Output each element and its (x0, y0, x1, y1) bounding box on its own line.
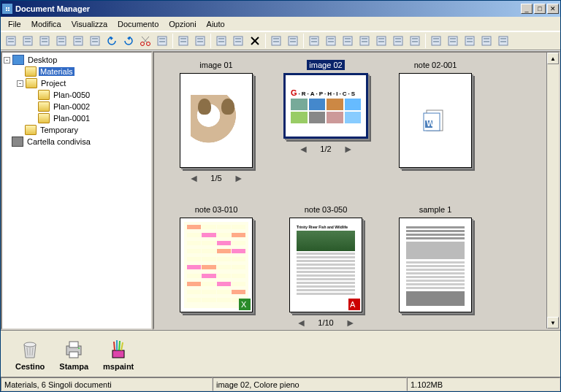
thumb-preview[interactable] (180, 73, 253, 168)
tree-node-temporary[interactable]: Temporary (4, 124, 150, 136)
tree-label: Materials (39, 67, 75, 76)
copy-icon[interactable] (70, 33, 86, 49)
svg-rect-69 (433, 38, 439, 39)
next-page-icon[interactable]: ► (234, 172, 244, 184)
doc2-icon[interactable] (373, 33, 389, 49)
find-icon[interactable] (175, 33, 191, 49)
tree-node-plan-0002[interactable]: Plan-0002 (4, 101, 150, 112)
svg-rect-10 (58, 38, 64, 39)
props-icon[interactable] (495, 33, 511, 49)
menu-documento[interactable]: Documento (113, 18, 163, 30)
folder-open-icon (25, 66, 37, 77)
tree-node-materials[interactable]: Materials (4, 66, 150, 77)
svg-rect-96 (69, 342, 78, 347)
scanner-icon[interactable] (53, 33, 69, 49)
folder-tree[interactable]: -DesktopMaterials-ProjectPlan-0050Plan-0… (1, 51, 153, 330)
scroll-up-button[interactable]: ▲ (547, 53, 559, 64)
svg-rect-7 (42, 38, 47, 39)
rotate-icon[interactable] (306, 33, 322, 49)
gear2-icon[interactable] (445, 33, 461, 49)
svg-rect-13 (75, 38, 81, 39)
close-button[interactable]: ✕ (547, 4, 559, 14)
expand-toggle[interactable]: - (17, 80, 23, 87)
thumb-label: note 02-001 (412, 60, 459, 70)
minimize-button[interactable]: _ (521, 4, 533, 14)
thumb-preview[interactable] (399, 218, 472, 312)
statusbar: Materials, 6 Singoli documenti image 02,… (1, 377, 560, 391)
svg-rect-49 (311, 41, 317, 42)
save-icon[interactable] (20, 33, 36, 49)
back-icon[interactable] (104, 33, 120, 49)
menu-file[interactable]: File (4, 18, 26, 30)
svg-rect-34 (218, 38, 224, 39)
launch-mspaint[interactable]: mspaint (103, 337, 134, 371)
svg-rect-51 (328, 38, 334, 39)
launch-stampa[interactable]: Stampa (59, 337, 88, 371)
paste-icon[interactable] (154, 33, 170, 49)
prev-page-icon[interactable]: ◄ (298, 143, 308, 155)
expand-toggle[interactable]: - (4, 57, 10, 64)
prev-page-icon[interactable]: ◄ (188, 172, 199, 184)
menu-aiuto[interactable]: Aiuto (202, 18, 229, 30)
thumb-preview[interactable]: Trinity River Fish and WildlifeA (289, 218, 362, 312)
svg-rect-76 (467, 41, 473, 42)
svg-rect-35 (218, 41, 224, 42)
rotate2-icon[interactable] (323, 33, 339, 49)
stack-icon[interactable] (390, 33, 406, 49)
open-icon[interactable] (3, 33, 19, 49)
thumbnail-grid[interactable]: image 01◄1/5►image 02G·R·A·P·H·I·C·S◄1/2… (153, 51, 560, 330)
tree-node-plan-0001[interactable]: Plan-0001 (4, 112, 150, 124)
svg-rect-79 (484, 41, 489, 42)
svg-rect-28 (180, 38, 186, 39)
grid-icon[interactable] (213, 33, 229, 49)
thumb-note-02-001[interactable]: note 02-001W (388, 60, 483, 184)
launch-label: Stampa (59, 362, 88, 371)
flip-icon[interactable] (340, 33, 356, 49)
folder-open-icon (26, 78, 37, 88)
stack2-icon[interactable] (407, 33, 423, 49)
page-indicator: 1/10 (318, 318, 333, 327)
gear-icon[interactable] (428, 33, 444, 49)
tree-label: Plan-0001 (52, 114, 91, 123)
next-page-icon[interactable]: ► (343, 143, 354, 155)
thumb-image-01[interactable]: image 01◄1/5► (169, 60, 264, 184)
page-icon[interactable] (37, 33, 53, 49)
wand-icon[interactable] (462, 33, 478, 49)
tree-node-desktop[interactable]: -Desktop (4, 54, 150, 66)
svg-rect-25 (159, 38, 165, 39)
list-icon[interactable] (192, 33, 208, 49)
maximize-button[interactable]: □ (534, 4, 546, 14)
delete-icon[interactable] (247, 33, 263, 49)
menu-opzioni[interactable]: Opzioni (164, 18, 200, 30)
forward-icon[interactable] (121, 33, 137, 49)
thumb-preview[interactable]: G·R·A·P·H·I·C·S (283, 73, 368, 139)
thumb-preview[interactable]: X (180, 218, 253, 312)
thumb-note-03-010[interactable]: note 03-010X (169, 204, 264, 328)
scroll-down-button[interactable]: ▼ (547, 317, 559, 328)
launch-cestino[interactable]: Cestino (15, 337, 45, 371)
svg-rect-57 (362, 38, 367, 39)
next-page-icon[interactable]: ► (346, 317, 356, 328)
svg-rect-16 (92, 38, 98, 39)
tree-node-project[interactable]: -Project (4, 77, 150, 89)
svg-rect-38 (235, 41, 241, 42)
tree-node-cartella-condivisa[interactable]: Cartella condivisa (4, 136, 150, 147)
svg-rect-48 (311, 38, 317, 39)
svg-rect-99 (112, 350, 124, 358)
svg-rect-75 (467, 38, 473, 39)
paste2-icon[interactable] (285, 33, 301, 49)
tree-node-plan-0050[interactable]: Plan-0050 (4, 89, 150, 101)
thumb-image-02[interactable]: image 02G·R·A·P·H·I·C·S◄1/2► (278, 60, 373, 184)
send-icon[interactable] (87, 33, 103, 49)
doc-icon[interactable] (356, 33, 373, 49)
menu-modifica[interactable]: Modifica (27, 18, 66, 30)
thumb-sample-1[interactable]: sample 1 (388, 204, 483, 328)
copy2-icon[interactable] (268, 33, 284, 49)
menu-visualizza[interactable]: Visualizza (67, 18, 112, 30)
cut-icon[interactable] (137, 33, 153, 49)
grid2-icon[interactable] (230, 33, 246, 49)
thumb-preview[interactable]: W (399, 73, 472, 168)
thumb-note-03-050[interactable]: note 03-050Trinity River Fish and Wildli… (278, 204, 373, 328)
page2-icon[interactable] (478, 33, 495, 49)
prev-page-icon[interactable]: ◄ (296, 317, 306, 328)
